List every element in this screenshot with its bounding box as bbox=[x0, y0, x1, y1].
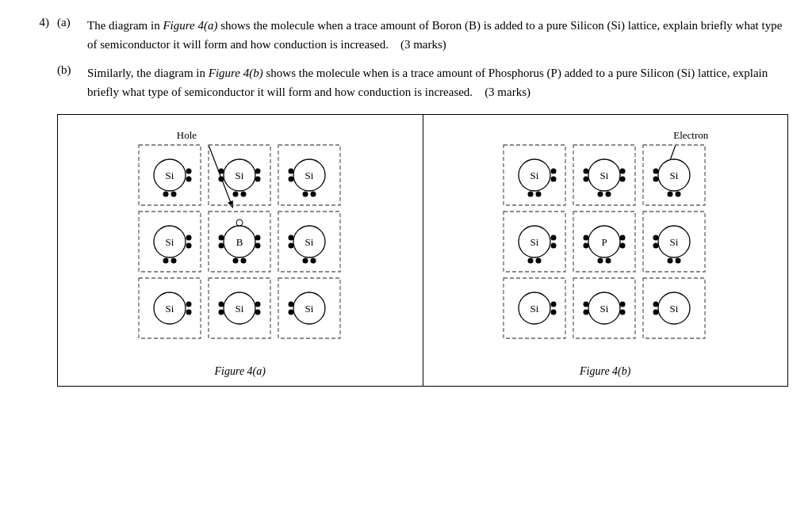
svg-text:Si: Si bbox=[165, 170, 174, 181]
svg-text:P: P bbox=[602, 236, 607, 248]
figures-container: Hole bbox=[57, 114, 788, 387]
svg-point-94 bbox=[551, 177, 557, 182]
svg-point-46 bbox=[255, 235, 260, 241]
svg-point-54 bbox=[240, 258, 246, 264]
svg-point-103 bbox=[598, 192, 603, 197]
svg-text:B: B bbox=[236, 236, 243, 248]
svg-point-124 bbox=[584, 310, 589, 315]
svg-point-113 bbox=[653, 235, 659, 241]
svg-text:Si: Si bbox=[304, 303, 313, 315]
figure-4a-caption: Figure 4(a) bbox=[215, 365, 266, 378]
part-a-text: The diagram in Figure 4(a) shows the mol… bbox=[87, 16, 788, 54]
part-b-label: (b) bbox=[57, 63, 79, 101]
svg-point-43 bbox=[186, 243, 191, 249]
svg-point-96 bbox=[584, 177, 589, 182]
svg-point-32 bbox=[255, 169, 260, 174]
svg-text:Si: Si bbox=[670, 303, 679, 315]
svg-point-120 bbox=[676, 258, 681, 264]
svg-point-47 bbox=[255, 243, 260, 249]
svg-point-117 bbox=[598, 258, 603, 264]
svg-point-63 bbox=[288, 302, 293, 307]
svg-text:Si: Si bbox=[304, 170, 313, 181]
figure-4b-diagram: Electron bbox=[494, 128, 716, 357]
svg-point-53 bbox=[232, 258, 238, 264]
svg-point-41 bbox=[310, 192, 316, 197]
svg-point-112 bbox=[620, 243, 626, 249]
svg-point-51 bbox=[163, 258, 168, 264]
svg-point-105 bbox=[668, 192, 673, 197]
svg-point-48 bbox=[288, 235, 293, 241]
svg-point-33 bbox=[255, 177, 260, 182]
svg-point-31 bbox=[218, 177, 224, 182]
electron-label: Electron bbox=[673, 129, 708, 142]
svg-point-109 bbox=[584, 235, 589, 241]
svg-point-39 bbox=[240, 192, 246, 197]
svg-point-126 bbox=[620, 310, 626, 315]
svg-point-61 bbox=[255, 302, 260, 307]
part-a: (a) The diagram in Figure 4(a) shows the… bbox=[57, 16, 788, 54]
svg-point-98 bbox=[620, 177, 626, 182]
svg-point-93 bbox=[551, 169, 557, 174]
part-a-marks: (3 marks) bbox=[400, 38, 446, 51]
svg-point-49 bbox=[288, 243, 293, 249]
svg-point-115 bbox=[528, 258, 534, 264]
svg-point-59 bbox=[218, 302, 224, 307]
part-b-marks: (3 marks) bbox=[485, 86, 530, 98]
svg-point-42 bbox=[186, 235, 191, 241]
svg-text:Si: Si bbox=[670, 170, 679, 181]
svg-point-100 bbox=[653, 177, 659, 182]
svg-point-95 bbox=[584, 169, 589, 174]
svg-point-97 bbox=[620, 169, 626, 174]
question-parts: (a) The diagram in Figure 4(a) shows the… bbox=[57, 16, 788, 387]
svg-point-116 bbox=[536, 258, 542, 264]
question-number: 4) bbox=[24, 16, 49, 387]
svg-point-45 bbox=[218, 243, 224, 249]
svg-point-114 bbox=[653, 243, 659, 249]
svg-point-110 bbox=[584, 243, 589, 249]
svg-point-30 bbox=[218, 169, 224, 174]
svg-text:Si: Si bbox=[530, 236, 539, 248]
question-block: 4) (a) The diagram in Figure 4(a) shows … bbox=[24, 16, 788, 387]
hole-label: Hole bbox=[177, 129, 197, 142]
svg-point-36 bbox=[163, 192, 168, 197]
svg-text:Si: Si bbox=[600, 303, 609, 315]
svg-point-125 bbox=[620, 302, 626, 307]
svg-point-128 bbox=[653, 310, 659, 315]
svg-point-102 bbox=[536, 192, 542, 197]
svg-text:Si: Si bbox=[530, 170, 539, 181]
svg-point-62 bbox=[255, 310, 260, 315]
svg-text:Si: Si bbox=[304, 236, 313, 248]
svg-point-64 bbox=[288, 310, 293, 315]
svg-point-101 bbox=[528, 192, 534, 197]
figure-4b-caption: Figure 4(b) bbox=[580, 365, 630, 378]
svg-point-44 bbox=[218, 235, 224, 241]
svg-text:Si: Si bbox=[165, 303, 174, 315]
svg-point-57 bbox=[186, 302, 191, 307]
svg-point-108 bbox=[551, 243, 557, 249]
svg-text:Si: Si bbox=[235, 303, 243, 315]
svg-text:Si: Si bbox=[165, 236, 174, 248]
part-a-label: (a) bbox=[57, 16, 79, 54]
svg-point-121 bbox=[551, 302, 557, 307]
svg-text:Si: Si bbox=[600, 170, 609, 181]
svg-point-40 bbox=[302, 192, 308, 197]
figure-4a-diagram: Hole bbox=[129, 128, 351, 357]
figure-4b-box: Electron bbox=[423, 115, 788, 386]
svg-point-104 bbox=[606, 192, 611, 197]
svg-point-58 bbox=[186, 310, 191, 315]
part-b-text: Similarly, the diagram in Figure 4(b) sh… bbox=[87, 63, 788, 101]
part-b: (b) Similarly, the diagram in Figure 4(b… bbox=[57, 63, 788, 101]
svg-point-107 bbox=[551, 235, 557, 241]
svg-text:Si: Si bbox=[670, 236, 679, 248]
svg-point-28 bbox=[186, 169, 191, 174]
svg-point-60 bbox=[218, 310, 224, 315]
svg-point-52 bbox=[170, 258, 176, 264]
svg-point-111 bbox=[620, 235, 626, 241]
svg-point-55 bbox=[302, 258, 308, 264]
svg-point-35 bbox=[288, 177, 293, 182]
svg-point-127 bbox=[653, 302, 659, 307]
svg-point-119 bbox=[668, 258, 673, 264]
svg-point-38 bbox=[232, 192, 238, 197]
figure-4b-svg: Si Si Si Si P Si Si bbox=[502, 143, 708, 349]
svg-point-29 bbox=[186, 177, 191, 182]
